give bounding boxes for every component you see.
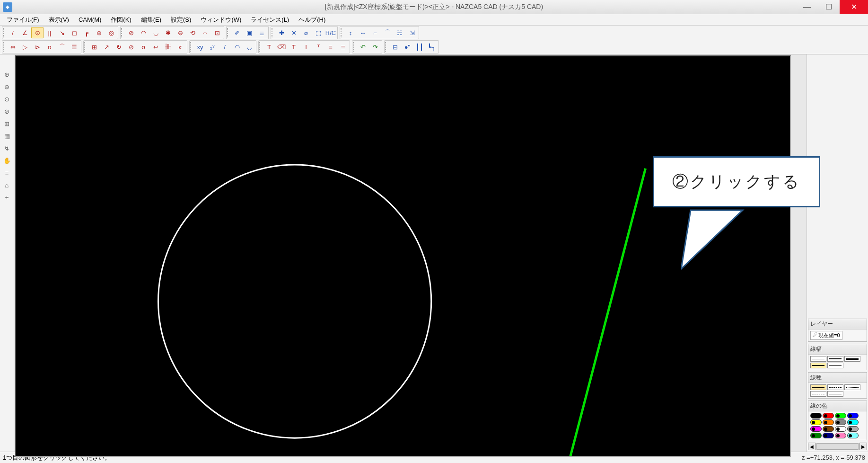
left-toolbar-button[interactable]: ⊖ (1, 81, 13, 92)
linewidth-extra[interactable] (827, 363, 843, 368)
toolbar-button[interactable]: ◠ (231, 41, 243, 53)
toolbar-button[interactable]: ↻ (113, 41, 125, 53)
toolbar-button[interactable]: ⇔ (7, 41, 19, 53)
menu-draw[interactable]: 作図(K) (107, 15, 135, 25)
toolbar-button[interactable]: R/C (324, 27, 337, 38)
toolbar-button[interactable]: T (288, 41, 300, 53)
color-swatch[interactable] (847, 419, 859, 425)
toolbar-button[interactable]: / (219, 41, 231, 53)
toolbar-button[interactable]: ↩ (149, 41, 162, 53)
toolbar-button[interactable]: ⌀ (300, 27, 312, 38)
left-toolbar-button[interactable]: ⊘ (1, 106, 13, 117)
canvas-green-line[interactable] (568, 169, 645, 456)
color-swatch[interactable] (823, 413, 834, 418)
color-swatch[interactable] (847, 433, 859, 438)
toolbar-button[interactable]: ▷ (19, 41, 31, 53)
toolbar-button[interactable]: || (44, 27, 56, 38)
maximize-button[interactable]: ☐ (818, 0, 840, 14)
left-toolbar-button[interactable]: ＋ (1, 192, 13, 203)
scroll-thumb[interactable] (816, 443, 859, 450)
left-toolbar-button[interactable]: ⌂ (1, 179, 13, 191)
linetype-solid2[interactable] (827, 391, 843, 397)
toolbar-button[interactable]: ⇲ (406, 27, 418, 38)
toolbar-button[interactable]: ◻ (68, 27, 80, 38)
toolbar-button[interactable]: ≣ (255, 27, 268, 38)
color-swatch[interactable] (847, 426, 859, 432)
linewidth-med[interactable] (827, 356, 843, 362)
color-swatch[interactable] (823, 419, 834, 425)
toolbar-button[interactable]: ᵀ (312, 41, 324, 53)
menu-license[interactable]: ライセンス(L) (247, 15, 293, 25)
menu-window[interactable]: ウィンドウ(W) (197, 15, 245, 25)
toolbar-button[interactable]: I (300, 41, 312, 53)
toolbar-button[interactable]: ✚ (275, 27, 288, 38)
panel-scrollbar[interactable]: ◀ ▶ (808, 442, 867, 451)
toolbar-button[interactable]: ↘ (56, 27, 68, 38)
toolbar-button[interactable]: ☵ (394, 27, 406, 38)
toolbar-button[interactable]: ┃┃ (413, 41, 426, 53)
color-swatch[interactable] (810, 413, 822, 418)
toolbar-button[interactable]: ☰ (68, 41, 80, 53)
toolbar-button[interactable]: ≡ (324, 41, 337, 53)
linetype-dash[interactable] (827, 384, 843, 390)
left-toolbar-button[interactable]: ≡ (1, 167, 13, 178)
linewidth-selected[interactable] (810, 363, 826, 368)
toolbar-button[interactable]: ⊘ (125, 27, 137, 38)
color-swatch[interactable] (835, 419, 846, 425)
toolbar-button[interactable]: ◠ (137, 27, 149, 38)
toolbar-button[interactable]: ↗ (100, 41, 113, 53)
color-swatch[interactable] (847, 413, 859, 418)
toolbar-button[interactable]: ⟲ (186, 27, 199, 38)
toolbar-button[interactable]: ↔ (357, 27, 369, 38)
menu-settings[interactable]: 設定(S) (167, 15, 195, 25)
toolbar-button[interactable]: ✱ (162, 27, 174, 38)
linetype-dashdot[interactable] (810, 391, 826, 397)
color-swatch[interactable] (835, 413, 846, 418)
drawing-canvas[interactable] (15, 55, 791, 457)
toolbar-button[interactable]: ↷ (369, 41, 381, 53)
linewidth-thick[interactable] (844, 356, 860, 362)
toolbar-button[interactable]: ơ (137, 41, 149, 53)
toolbar-button[interactable]: ⌒ (381, 27, 394, 38)
toolbar-button[interactable]: T (263, 41, 275, 53)
color-swatch[interactable] (823, 426, 834, 432)
toolbar-button[interactable]: ◎ (105, 27, 117, 38)
left-toolbar-button[interactable]: ⊞ (1, 118, 13, 129)
toolbar-button[interactable]: ◡ (149, 27, 162, 38)
toolbar-button[interactable]: ↶ (357, 41, 369, 53)
toolbar-button[interactable]: ⌐ (369, 27, 381, 38)
menu-cam[interactable]: CAM(M) (75, 15, 105, 24)
left-toolbar-button[interactable]: ↯ (1, 142, 13, 154)
menu-help[interactable]: ヘルプ(H) (295, 15, 329, 25)
toolbar-button[interactable]: ⊘ (125, 41, 137, 53)
toolbar-button[interactable]: ᴅ (44, 41, 56, 53)
toolbar-button[interactable]: ⬚ (312, 27, 324, 38)
linetype-solid[interactable] (810, 384, 826, 390)
toolbar-button[interactable]: ⌒ (56, 41, 68, 53)
left-toolbar-button[interactable]: ▦ (1, 130, 13, 142)
color-swatch[interactable] (823, 433, 834, 438)
toolbar-button[interactable]: ⊙ (31, 27, 44, 38)
menu-edit[interactable]: 編集(E) (137, 15, 165, 25)
toolbar-button[interactable]: xy (194, 41, 206, 53)
toolbar-button[interactable]: ⌫ (275, 41, 288, 53)
toolbar-button[interactable]: ┏ (80, 27, 93, 38)
toolbar-button[interactable]: 卌 (162, 41, 174, 53)
close-button[interactable]: ✕ (840, 0, 868, 14)
color-swatch[interactable] (810, 426, 822, 432)
scroll-right-icon[interactable]: ▶ (859, 443, 867, 450)
toolbar-button[interactable]: ✐ (231, 27, 243, 38)
linetype-dot[interactable] (844, 384, 860, 390)
toolbar-button[interactable]: ᵪʸ (206, 41, 219, 53)
toolbar-button[interactable]: ⊕ (93, 27, 105, 38)
left-toolbar-button[interactable]: ⊙ (1, 93, 13, 105)
color-swatch[interactable] (835, 426, 846, 432)
toolbar-button[interactable]: ●" (401, 41, 413, 53)
color-swatch[interactable] (835, 433, 846, 438)
toolbar-button[interactable]: ⌢ (199, 27, 211, 38)
toolbar-button[interactable]: ◡ (243, 41, 255, 53)
scroll-left-icon[interactable]: ◀ (808, 443, 815, 450)
menu-file[interactable]: ファイル(F) (3, 15, 43, 25)
left-toolbar-button[interactable]: ✋ (1, 155, 13, 166)
toolbar-button[interactable]: / (7, 27, 19, 38)
